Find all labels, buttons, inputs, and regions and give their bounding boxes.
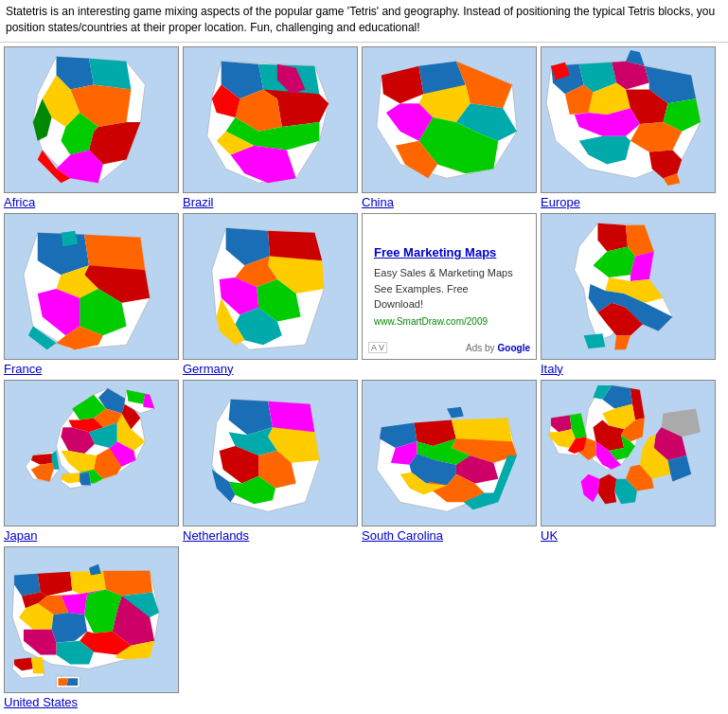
map-cell-china: China [362, 46, 539, 211]
map-link-south-carolina[interactable]: South Carolina [362, 527, 539, 544]
map-thumb-europe[interactable] [541, 46, 716, 193]
map-cell-japan: Japan [4, 380, 181, 544]
map-link-uk[interactable]: UK [541, 527, 718, 544]
map-thumb-china[interactable] [362, 46, 537, 193]
map-link-netherlands[interactable]: Netherlands [183, 527, 360, 544]
map-thumb-south-carolina[interactable] [362, 380, 537, 527]
svg-marker-118 [447, 406, 464, 418]
map-thumb-japan[interactable] [4, 380, 179, 527]
svg-marker-140 [581, 473, 600, 502]
map-cell-europe: Europe [541, 46, 718, 211]
map-thumb-france[interactable] [4, 213, 179, 360]
svg-marker-2 [89, 58, 131, 89]
map-link-france[interactable]: France [4, 360, 181, 378]
map-thumb-africa[interactable] [4, 46, 179, 193]
map-link-germany[interactable]: Germany [183, 360, 360, 378]
map-cell-africa: Africa [4, 46, 181, 211]
map-cell-uk: UK [541, 380, 718, 544]
map-link-brazil[interactable]: Brazil [183, 193, 360, 211]
map-link-africa[interactable]: Africa [4, 193, 181, 211]
ad-title[interactable]: Free Marketing Maps [374, 245, 496, 259]
map-cell-netherlands: Netherlands [183, 380, 360, 544]
svg-marker-141 [667, 455, 691, 482]
map-cell-france: France [4, 213, 181, 378]
svg-marker-72 [614, 335, 630, 349]
svg-marker-132 [549, 429, 576, 448]
ad-av-badge: A V [368, 342, 387, 353]
svg-marker-54 [61, 230, 78, 246]
map-link-united-states[interactable]: United States [4, 693, 181, 711]
map-thumb-netherlands[interactable] [183, 380, 358, 527]
map-cell-south-carolina: South Carolina [362, 380, 539, 544]
maps-grid: Africa Brazil [0, 43, 728, 714]
svg-marker-96 [143, 393, 154, 408]
map-link-europe[interactable]: Europe [541, 193, 718, 211]
map-link-japan[interactable]: Japan [4, 527, 181, 544]
google-logo: Google [498, 343, 530, 353]
ad-text-line1: Easy Sales & Marketing Maps See Examples… [374, 265, 513, 312]
svg-marker-165 [66, 678, 78, 686]
intro-text: Statetris is an interesting game mixing … [0, 0, 728, 43]
ads-by-label: Ads by [466, 343, 495, 353]
ad-box[interactable]: Free Marketing Maps Easy Sales & Marketi… [362, 213, 537, 360]
map-thumb-italy[interactable] [541, 213, 716, 360]
svg-marker-159 [89, 563, 101, 575]
map-cell-germany: Germany [183, 213, 360, 378]
ad-cell: Free Marketing Maps Easy Sales & Marketi… [362, 213, 539, 378]
map-cell-united-states: United States [4, 546, 181, 711]
map-cell-italy: Italy [541, 213, 718, 378]
map-thumb-united-states[interactable] [4, 546, 179, 693]
map-thumb-uk[interactable] [541, 380, 716, 527]
map-thumb-germany[interactable] [183, 213, 358, 360]
ads-by-google: Ads by Google [466, 343, 530, 353]
ad-url: www.SmartDraw.com/2009 [374, 316, 488, 327]
svg-marker-73 [584, 333, 606, 348]
map-link-italy[interactable]: Italy [541, 360, 718, 378]
svg-marker-93 [80, 472, 91, 485]
map-cell-brazil: Brazil [183, 46, 360, 211]
svg-marker-162 [31, 657, 44, 673]
svg-marker-16 [231, 145, 296, 182]
map-thumb-brazil[interactable] [183, 46, 358, 193]
svg-marker-139 [597, 473, 616, 504]
map-link-china[interactable]: China [362, 193, 539, 211]
